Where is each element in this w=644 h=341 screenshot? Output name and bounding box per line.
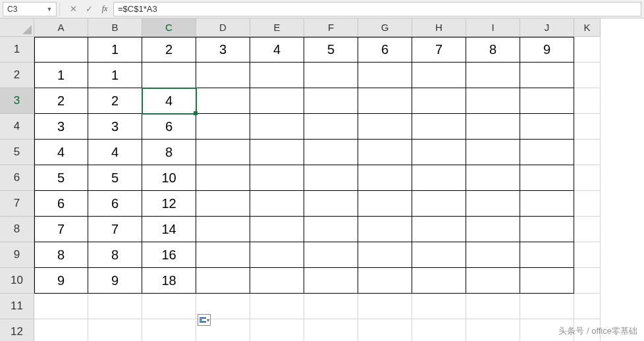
cell-E7[interactable]	[250, 191, 304, 217]
cell-A12[interactable]	[34, 319, 88, 341]
cell-G12[interactable]	[358, 319, 412, 341]
col-head-B[interactable]: B	[88, 18, 142, 37]
cell-D1[interactable]: 3	[196, 37, 250, 63]
cell-I5[interactable]	[466, 140, 520, 165]
cell-E10[interactable]	[250, 268, 304, 294]
cell-G8[interactable]	[358, 217, 412, 242]
cell-H3[interactable]	[412, 88, 466, 114]
col-head-I[interactable]: I	[466, 18, 520, 37]
cell-F7[interactable]	[304, 191, 358, 217]
cell-J7[interactable]	[520, 191, 574, 217]
row-head-7[interactable]: 7	[0, 191, 34, 217]
cell-E6[interactable]	[250, 165, 304, 191]
cell-A4[interactable]: 3	[34, 114, 88, 140]
cell-H11[interactable]	[412, 294, 466, 319]
cell-E9[interactable]	[250, 242, 304, 268]
cell-F2[interactable]	[304, 63, 358, 88]
cancel-icon[interactable]: ✕	[66, 2, 80, 16]
cell-C10[interactable]: 18	[142, 268, 196, 294]
cell-B7[interactable]: 6	[88, 191, 142, 217]
cell-A2[interactable]: 1	[34, 63, 88, 88]
cell-J4[interactable]	[520, 114, 574, 140]
cell-J8[interactable]	[520, 217, 574, 242]
col-head-F[interactable]: F	[304, 18, 358, 37]
cell-H12[interactable]	[412, 319, 466, 341]
col-head-G[interactable]: G	[358, 18, 412, 37]
cell-I9[interactable]	[466, 242, 520, 268]
cell-B3[interactable]: 2	[88, 88, 142, 114]
cell-E11[interactable]	[250, 294, 304, 319]
cell-B11[interactable]	[88, 294, 142, 319]
cell-D8[interactable]	[196, 217, 250, 242]
col-head-K[interactable]: K	[574, 18, 601, 37]
cell-A5[interactable]: 4	[34, 140, 88, 165]
cell-K9[interactable]	[574, 242, 601, 268]
cell-F3[interactable]	[304, 88, 358, 114]
cell-C4[interactable]: 6	[142, 114, 196, 140]
row-head-8[interactable]: 8	[0, 217, 34, 242]
cell-C2[interactable]	[142, 63, 196, 88]
cell-H10[interactable]	[412, 268, 466, 294]
row-head-10[interactable]: 10	[0, 268, 34, 294]
cell-G4[interactable]	[358, 114, 412, 140]
cell-A9[interactable]: 8	[34, 242, 88, 268]
cell-C9[interactable]: 16	[142, 242, 196, 268]
cell-I8[interactable]	[466, 217, 520, 242]
cell-A6[interactable]: 5	[34, 165, 88, 191]
cell-J11[interactable]	[520, 294, 574, 319]
cell-G5[interactable]	[358, 140, 412, 165]
cell-F5[interactable]	[304, 140, 358, 165]
cell-C1[interactable]: 2	[142, 37, 196, 63]
cell-E1[interactable]: 4	[250, 37, 304, 63]
cell-C8[interactable]: 14	[142, 217, 196, 242]
row-head-11[interactable]: 11	[0, 294, 34, 319]
cell-I12[interactable]	[466, 319, 520, 341]
col-head-H[interactable]: H	[412, 18, 466, 37]
cell-K1[interactable]	[574, 37, 601, 63]
cell-K8[interactable]	[574, 217, 601, 242]
cell-A1[interactable]	[34, 37, 88, 63]
cell-D9[interactable]	[196, 242, 250, 268]
cell-E12[interactable]	[250, 319, 304, 341]
cell-J3[interactable]	[520, 88, 574, 114]
cell-D7[interactable]	[196, 191, 250, 217]
cell-G10[interactable]	[358, 268, 412, 294]
cell-G6[interactable]	[358, 165, 412, 191]
cell-E4[interactable]	[250, 114, 304, 140]
cell-I3[interactable]	[466, 88, 520, 114]
cell-B6[interactable]: 5	[88, 165, 142, 191]
cell-G2[interactable]	[358, 63, 412, 88]
cell-H1[interactable]: 7	[412, 37, 466, 63]
cell-F11[interactable]	[304, 294, 358, 319]
cell-C12[interactable]	[142, 319, 196, 341]
cell-B8[interactable]: 7	[88, 217, 142, 242]
col-head-D[interactable]: D	[196, 18, 250, 37]
cell-K11[interactable]	[574, 294, 601, 319]
fill-handle[interactable]	[194, 111, 198, 115]
formula-input[interactable]: =$C$1*A3	[113, 2, 641, 16]
row-head-2[interactable]: 2	[0, 63, 34, 88]
row-head-12[interactable]: 12	[0, 319, 34, 341]
cell-C6[interactable]: 10	[142, 165, 196, 191]
row-head-6[interactable]: 6	[0, 165, 34, 191]
cell-E8[interactable]	[250, 217, 304, 242]
cell-I11[interactable]	[466, 294, 520, 319]
cell-F10[interactable]	[304, 268, 358, 294]
cell-C5[interactable]: 8	[142, 140, 196, 165]
cell-G1[interactable]: 6	[358, 37, 412, 63]
cell-C11[interactable]	[142, 294, 196, 319]
cell-A8[interactable]: 7	[34, 217, 88, 242]
cell-K3[interactable]	[574, 88, 601, 114]
row-head-9[interactable]: 9	[0, 242, 34, 268]
cell-I2[interactable]	[466, 63, 520, 88]
cell-B9[interactable]: 8	[88, 242, 142, 268]
cell-E5[interactable]	[250, 140, 304, 165]
cell-K6[interactable]	[574, 165, 601, 191]
row-head-5[interactable]: 5	[0, 140, 34, 165]
cell-C7[interactable]: 12	[142, 191, 196, 217]
cell-E2[interactable]	[250, 63, 304, 88]
cell-H2[interactable]	[412, 63, 466, 88]
cell-F4[interactable]	[304, 114, 358, 140]
cell-A11[interactable]	[34, 294, 88, 319]
cell-F8[interactable]	[304, 217, 358, 242]
